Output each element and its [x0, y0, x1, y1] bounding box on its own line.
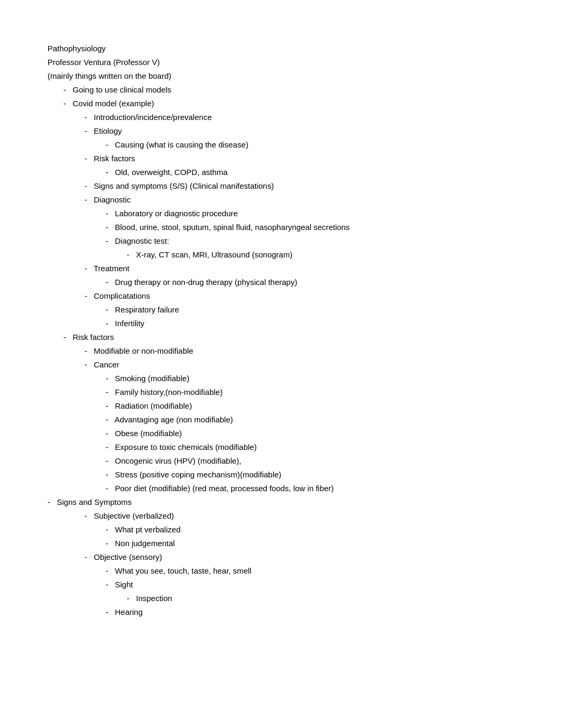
- list-item: - What you see, touch, taste, hear, smel…: [106, 565, 523, 577]
- list-item: - Drug therapy or non-drug therapy (phys…: [106, 276, 523, 289]
- list-item: - Objective (sensory): [85, 551, 523, 564]
- list-item: - Subjective (verbalized): [85, 510, 523, 522]
- list-item: - Blood, urine, stool, sputum, spinal fl…: [106, 221, 523, 234]
- list-item: - Complicatations: [85, 290, 523, 302]
- list-item: - Advantaging age (non modifiable): [106, 413, 523, 426]
- list-item: - Laboratory or diagnostic procedure: [106, 207, 523, 220]
- title: Pathophysiology: [48, 42, 523, 55]
- list-item: - Treatment: [85, 262, 523, 275]
- list-item: - Etiology: [85, 125, 523, 137]
- list-item: - Obese (modifiable): [106, 427, 523, 440]
- list-item: - Smoking (modifiable): [106, 372, 523, 385]
- list-item: - Sight: [106, 578, 523, 591]
- list-item: - Diagnostic test:: [106, 235, 523, 247]
- list-item: - Exposure to toxic chemicals (modifiabl…: [106, 441, 523, 454]
- list-item: - Risk factors: [63, 331, 523, 344]
- list-item: - Stress (positive coping mechanism)(mod…: [106, 468, 523, 481]
- list-item: - Oncogenic virus (HPV) (modifiable),: [106, 455, 523, 467]
- note: (mainly things written on the board): [48, 70, 523, 82]
- list-item: - Hearing: [106, 606, 523, 619]
- list-item: - Old, overweight, COPD, asthma: [106, 166, 523, 179]
- document: Pathophysiology Professor Ventura (Profe…: [48, 42, 523, 619]
- list-item: - Inspection: [127, 592, 523, 605]
- professor: Professor Ventura (Professor V): [48, 56, 523, 69]
- list-item: - Family history,(non-modifiable): [106, 386, 523, 399]
- outline-lines: - Going to use clinical models- Covid mo…: [48, 84, 523, 619]
- list-item: - Radiation (modifiable): [106, 400, 523, 412]
- list-item: - Causing (what is causing the disease): [106, 139, 523, 151]
- list-item: - Going to use clinical models: [63, 84, 523, 96]
- list-item: - Non judgemental: [106, 537, 523, 550]
- list-item: - Respiratory failure: [106, 303, 523, 316]
- list-item: - Introduction/incidence/prevalence: [85, 111, 523, 124]
- list-item: - X-ray, CT scan, MRI, Ultrasound (sonog…: [127, 248, 523, 261]
- list-item: - Infertility: [106, 317, 523, 330]
- list-item: - What pt verbalized: [106, 523, 523, 536]
- list-item: - Poor diet (modifiable) (red meat, proc…: [106, 482, 523, 495]
- list-item: - Signs and Symptoms: [48, 496, 523, 509]
- list-item: - Modifiable or non-modifiable: [85, 345, 523, 357]
- list-item: - Risk factors: [85, 152, 523, 165]
- list-item: - Cancer: [85, 358, 523, 371]
- list-item: - Signs and symptoms (S/S) (Clinical man…: [85, 180, 523, 192]
- list-item: - Covid model (example): [63, 97, 523, 110]
- list-item: - Diagnostic: [85, 193, 523, 206]
